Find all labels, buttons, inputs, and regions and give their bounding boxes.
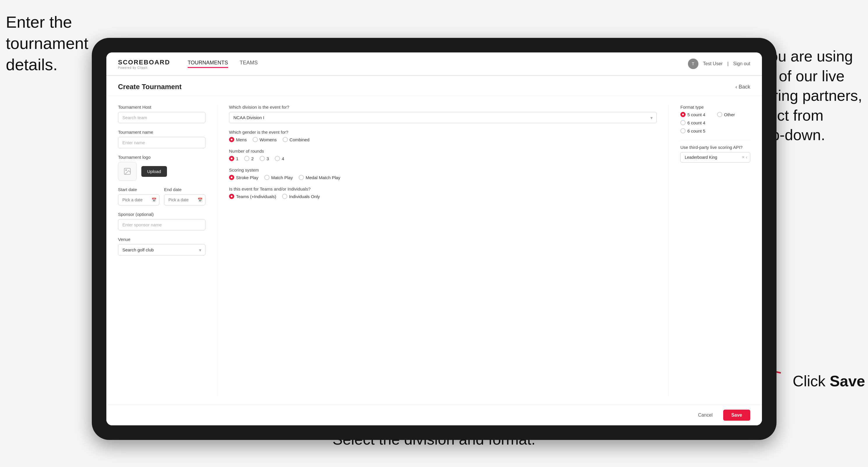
team-teams[interactable]: Teams (+Individuals)	[229, 194, 276, 199]
section-divider	[680, 140, 750, 140]
annotation-bottom-right: Click Save	[793, 371, 865, 391]
name-label: Tournament name	[118, 130, 206, 134]
end-date-label: End date	[164, 187, 206, 192]
format-type-label: Format type	[680, 104, 750, 110]
scoring-match-radio[interactable]	[264, 175, 270, 180]
nav-tournaments[interactable]: TOURNAMENTS	[188, 60, 228, 68]
sign-out-link[interactable]: Sign out	[733, 61, 750, 66]
team-group: Is this event for Teams and/or Individua…	[229, 186, 657, 199]
navbar-left: SCOREBOARD Powered by Clippit TOURNAMENT…	[118, 59, 258, 69]
rounds-group: Number of rounds 1 2	[229, 149, 657, 161]
user-avatar: T	[688, 59, 699, 69]
team-radio-group: Teams (+Individuals) Individuals Only	[229, 194, 657, 199]
rounds-1[interactable]: 1	[229, 156, 238, 161]
gender-mens-radio[interactable]	[229, 137, 234, 142]
format-6count5[interactable]: 6 count 5	[680, 128, 705, 133]
upload-button[interactable]: Upload	[141, 166, 167, 177]
logo-area: SCOREBOARD Powered by Clippit	[118, 59, 170, 69]
nav-teams[interactable]: TEAMS	[240, 60, 258, 68]
team-teams-radio[interactable]	[229, 194, 234, 199]
rounds-3-radio[interactable]	[259, 156, 265, 161]
user-name: Test User	[703, 61, 723, 66]
format-5count4-radio[interactable]	[680, 112, 686, 117]
tournament-name-input[interactable]	[118, 137, 206, 148]
scoring-match[interactable]: Match Play	[264, 175, 293, 180]
division-select[interactable]: NCAA Division I	[229, 112, 657, 123]
division-label: Which division is the event for?	[229, 104, 657, 110]
format-other-radio[interactable]	[717, 112, 722, 117]
gender-womens[interactable]: Womens	[253, 137, 277, 142]
scoring-stroke-radio[interactable]	[229, 175, 234, 180]
host-group: Tournament Host	[118, 104, 206, 123]
sponsor-group: Sponsor (optional)	[118, 212, 206, 230]
logo-placeholder-icon	[118, 162, 137, 181]
venue-select[interactable]: Search golf club	[118, 244, 206, 255]
format-6count4[interactable]: 6 count 4	[680, 120, 705, 125]
rounds-3[interactable]: 3	[259, 156, 269, 161]
form-col-left: Tournament Host Tournament name Tourname…	[118, 104, 217, 396]
scoring-medal-radio[interactable]	[299, 175, 304, 180]
navbar: SCOREBOARD Powered by Clippit TOURNAMENT…	[106, 53, 762, 76]
gender-combined[interactable]: Combined	[283, 137, 309, 142]
format-type-group: Format type 5 count 4 6 count 4	[680, 104, 750, 133]
scoring-medal-match[interactable]: Medal Match Play	[299, 175, 340, 180]
division-select-wrapper: NCAA Division I	[229, 112, 657, 123]
rounds-2[interactable]: 2	[244, 156, 253, 161]
format-6count5-radio[interactable]	[680, 128, 686, 133]
sponsor-label: Sponsor (optional)	[118, 212, 206, 217]
svg-point-6	[126, 169, 127, 171]
gender-womens-radio[interactable]	[253, 137, 258, 142]
format-other-group: Other	[717, 112, 735, 133]
format-5count4[interactable]: 5 count 4	[680, 112, 705, 117]
form-title: Create Tournament	[118, 83, 182, 91]
end-date-input[interactable]	[164, 194, 206, 206]
venue-group: Venue Search golf club	[118, 237, 206, 255]
navbar-right: T Test User | Sign out	[688, 59, 750, 69]
logo-label: Tournament logo	[118, 155, 206, 160]
end-date-wrapper	[164, 194, 206, 206]
form-col-middle: Which division is the event for? NCAA Di…	[217, 104, 669, 396]
host-label: Tournament Host	[118, 104, 206, 110]
live-scoring-clear[interactable]: × ‹	[742, 155, 747, 160]
annotation-top-left: Enter the tournament details.	[6, 12, 88, 75]
end-date-group: End date	[164, 187, 206, 206]
main-content: Create Tournament Back Tournament Host T…	[106, 76, 762, 425]
live-scoring-group: Use third-party live scoring API? × ‹	[680, 145, 750, 162]
rounds-1-radio[interactable]	[229, 156, 234, 161]
live-scoring-label: Use third-party live scoring API?	[680, 145, 750, 150]
gender-mens[interactable]: Mens	[229, 137, 247, 142]
logo-sub: Powered by Clippit	[118, 66, 170, 69]
rounds-4[interactable]: 4	[275, 156, 284, 161]
cancel-button[interactable]: Cancel	[692, 410, 718, 421]
search-team-input[interactable]	[118, 112, 206, 123]
logo-group: Tournament logo Upload	[118, 155, 206, 181]
nav-links: TOURNAMENTS TEAMS	[188, 60, 258, 68]
back-link[interactable]: Back	[736, 84, 750, 90]
format-other[interactable]: Other	[717, 112, 735, 117]
rounds-radio-group: 1 2 3 4	[229, 156, 657, 161]
name-group: Tournament name	[118, 130, 206, 148]
logo-upload-area: Upload	[118, 162, 206, 181]
scoring-stroke[interactable]: Stroke Play	[229, 175, 258, 180]
format-6count4-radio[interactable]	[680, 120, 686, 125]
save-button[interactable]: Save	[723, 410, 750, 421]
scoring-radio-group: Stroke Play Match Play Medal Match Play	[229, 175, 657, 180]
tablet-device: SCOREBOARD Powered by Clippit TOURNAMENT…	[92, 38, 776, 440]
team-individuals[interactable]: Individuals Only	[282, 194, 320, 199]
venue-select-wrapper: Search golf club	[118, 244, 206, 255]
start-date-label: Start date	[118, 187, 159, 192]
form-body: Tournament Host Tournament name Tourname…	[106, 96, 762, 405]
sponsor-input[interactable]	[118, 219, 206, 230]
start-date-input[interactable]	[118, 194, 159, 206]
live-scoring-input[interactable]	[680, 152, 750, 162]
date-row: Start date End date	[118, 187, 206, 206]
team-individuals-radio[interactable]	[282, 194, 287, 199]
live-scoring-wrapper: × ‹	[680, 152, 750, 162]
form-col-right: Format type 5 count 4 6 count 4	[669, 104, 750, 396]
form-footer: Cancel Save	[106, 405, 762, 425]
start-date-wrapper	[118, 194, 159, 206]
team-label: Is this event for Teams and/or Individua…	[229, 186, 657, 191]
rounds-2-radio[interactable]	[244, 156, 249, 161]
rounds-4-radio[interactable]	[275, 156, 280, 161]
gender-combined-radio[interactable]	[283, 137, 288, 142]
